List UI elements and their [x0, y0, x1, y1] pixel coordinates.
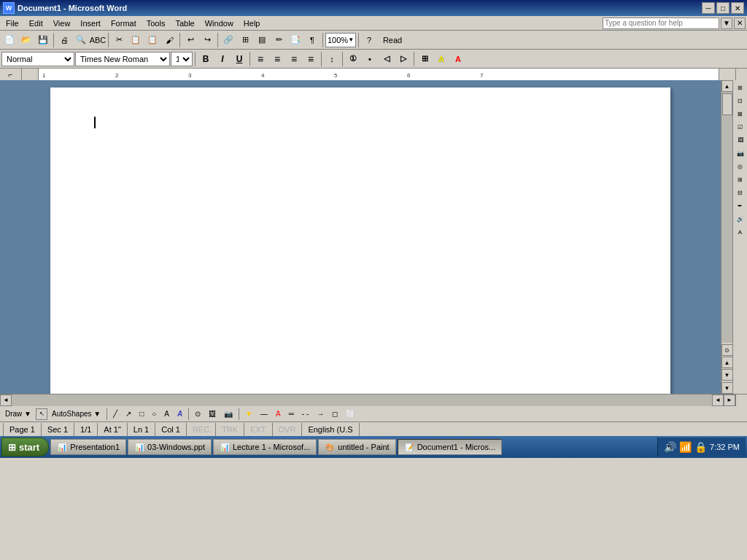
italic-button[interactable]: I — [214, 51, 231, 67]
arrow-style-button[interactable]: → — [313, 408, 328, 421]
menu-window[interactable]: Window — [201, 17, 238, 30]
maximize-button[interactable]: □ — [716, 2, 729, 14]
border-button[interactable]: ⊞ — [417, 51, 433, 67]
hscroll-left-button[interactable]: ◄ — [0, 394, 12, 406]
start-button[interactable]: ⊞ start — [1, 438, 49, 456]
menu-help[interactable]: Help — [239, 17, 265, 30]
doc-map-button[interactable]: 📑 — [287, 32, 303, 48]
line-spacing-button[interactable]: ↕ — [324, 51, 340, 67]
wordart-button[interactable]: A — [174, 408, 186, 421]
picture-button[interactable]: 📷 — [220, 408, 236, 421]
scroll-down-button[interactable]: ▼ — [721, 382, 733, 394]
spell-check-button[interactable]: ABC — [90, 32, 106, 48]
shadow-button[interactable]: ◻ — [328, 408, 341, 421]
rp-btn-4[interactable]: ☑ — [735, 121, 746, 133]
numbered-list-button[interactable]: ① — [345, 51, 361, 67]
redo-button[interactable]: ↪ — [199, 32, 215, 48]
align-center-button[interactable]: ≡ — [269, 51, 285, 67]
rp-btn-10[interactable]: ✒ — [735, 200, 746, 211]
rp-btn-7[interactable]: ◎ — [735, 160, 746, 172]
line-color-button[interactable]: — — [257, 408, 271, 421]
zoom-dropdown-icon[interactable]: ▼ — [348, 36, 354, 43]
arrow-button[interactable]: ↗ — [122, 408, 135, 421]
scroll-up-button[interactable]: ▲ — [721, 80, 733, 92]
select-browse-button[interactable]: ⊙ — [721, 344, 733, 356]
menu-table[interactable]: Table — [171, 17, 198, 30]
help-button[interactable]: ? — [361, 32, 377, 48]
menu-format[interactable]: Format — [107, 17, 141, 30]
taskbar-lecture1[interactable]: 📊 Lecture 1 - Microsof... — [213, 439, 317, 455]
rp-btn-12[interactable]: A — [735, 226, 746, 238]
style-dropdown[interactable]: Normal — [1, 52, 74, 66]
highlight-button[interactable]: A — [433, 51, 449, 67]
bold-button[interactable]: B — [198, 51, 214, 67]
rp-btn-6[interactable]: 📷 — [735, 147, 746, 159]
textbox-button[interactable]: A — [160, 408, 173, 421]
menu-file[interactable]: File — [1, 17, 23, 30]
font-size-dropdown[interactable]: 12 — [171, 52, 193, 66]
taskbar-03windows[interactable]: 📊 03-Windows.ppt — [128, 439, 212, 455]
draw-dropdown-button[interactable]: Draw ▼ — [1, 408, 35, 421]
hscroll-right-button2[interactable]: ► — [724, 394, 735, 406]
rp-btn-11[interactable]: 🔊 — [735, 213, 746, 225]
font-color-button2[interactable]: A — [272, 408, 285, 421]
format-painter-button[interactable]: 🖌 — [161, 32, 177, 48]
table-button[interactable]: ⊞ — [237, 32, 253, 48]
save-button[interactable]: 💾 — [35, 32, 51, 48]
justify-button[interactable]: ≡ — [303, 51, 319, 67]
help-search-button[interactable]: ▼ — [721, 18, 732, 29]
help-search-input[interactable] — [603, 18, 719, 29]
fill-color-button[interactable]: ▼ — [241, 408, 256, 421]
rect-button[interactable]: □ — [136, 408, 147, 421]
scroll-thumb[interactable] — [722, 93, 732, 115]
rp-btn-3[interactable]: ⊠ — [735, 108, 746, 120]
underline-button[interactable]: U — [231, 51, 247, 67]
hscroll-track[interactable] — [12, 394, 712, 406]
hyperlink-button[interactable]: 🔗 — [220, 32, 236, 48]
clipart-button[interactable]: 🖼 — [205, 408, 220, 421]
next-page-button[interactable]: ▼ — [721, 369, 733, 381]
font-color-button[interactable]: A — [450, 51, 466, 67]
close-button[interactable]: ✕ — [731, 2, 744, 14]
minimize-button[interactable]: ─ — [702, 2, 715, 14]
taskbar-paint[interactable]: 🎨 untitled - Paint — [318, 439, 395, 455]
cut-button[interactable]: ✂ — [111, 32, 127, 48]
document-area[interactable]: | — [0, 80, 721, 394]
dash-style-button[interactable]: - - — [298, 408, 312, 421]
rp-btn-9[interactable]: ⊟ — [735, 187, 746, 198]
taskbar-presentation1[interactable]: 📊 Presentation1 — [50, 439, 126, 455]
taskbar-word[interactable]: 📝 Document1 - Micros... — [398, 439, 503, 455]
autoshapes-button[interactable]: AutoShapes ▼ — [48, 408, 104, 421]
copy-button[interactable]: 📋 — [128, 32, 144, 48]
scroll-track[interactable] — [721, 92, 733, 343]
print-preview-button[interactable]: 🔍 — [73, 32, 89, 48]
decrease-indent-button[interactable]: ◁ — [379, 51, 395, 67]
menu-insert[interactable]: Insert — [76, 17, 105, 30]
font-dropdown[interactable]: Times New Roman — [75, 52, 170, 66]
paste-button[interactable]: 📋 — [144, 32, 160, 48]
print-button[interactable]: 🖨 — [56, 32, 72, 48]
align-right-button[interactable]: ≡ — [286, 51, 302, 67]
document-page[interactable]: | — [50, 88, 670, 394]
menu-view[interactable]: View — [49, 17, 75, 30]
oval-button[interactable]: ○ — [148, 408, 160, 421]
rp-btn-5[interactable]: 🖼 — [735, 134, 746, 146]
line-style-button[interactable]: ═ — [285, 408, 298, 421]
show-hide-button[interactable]: ¶ — [304, 32, 320, 48]
columns-button[interactable]: ▤ — [254, 32, 270, 48]
rp-btn-8[interactable]: ⊞ — [735, 174, 746, 185]
align-left-button[interactable]: ≡ — [252, 51, 268, 67]
draw-cursor-button[interactable]: ↖ — [36, 408, 47, 420]
undo-button[interactable]: ↩ — [182, 32, 198, 48]
menu-tools[interactable]: Tools — [142, 17, 170, 30]
drawing-button[interactable]: ✏ — [271, 32, 287, 48]
rp-btn-2[interactable]: ⊡ — [735, 95, 746, 106]
increase-indent-button[interactable]: ▷ — [395, 51, 411, 67]
open-button[interactable]: 📂 — [18, 32, 34, 48]
3d-button[interactable]: ⬜ — [342, 408, 358, 421]
read-button[interactable]: Read — [378, 32, 407, 48]
hscroll-right-button1[interactable]: ◄ — [712, 394, 724, 406]
diagram-button[interactable]: ⊙ — [191, 408, 204, 421]
menu-edit[interactable]: Edit — [25, 17, 47, 30]
bulleted-list-button[interactable]: • — [362, 51, 378, 67]
